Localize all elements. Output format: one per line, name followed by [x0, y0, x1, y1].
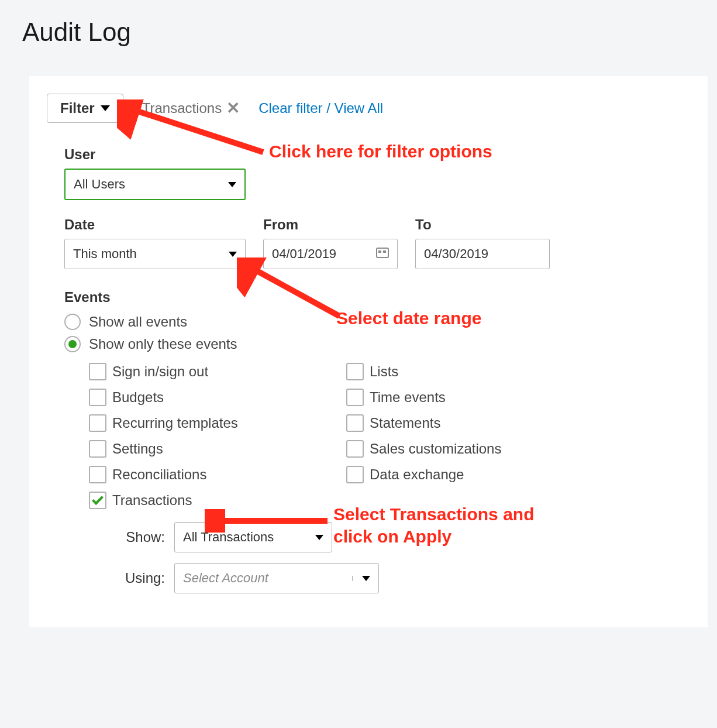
- checkbox-icon: [89, 466, 106, 483]
- checkbox-settings[interactable]: Settings: [89, 440, 340, 458]
- checkbox-icon: [89, 440, 106, 458]
- from-label: From: [263, 217, 398, 233]
- chevron-down-icon: [101, 105, 110, 111]
- checkbox-label: Time events: [370, 389, 446, 406]
- checkbox-label: Sales customizations: [370, 441, 501, 457]
- show-select-value: All Transactions: [183, 530, 274, 545]
- checkbox-label: Lists: [370, 363, 398, 380]
- clear-filter-link[interactable]: Clear filter / View All: [258, 100, 383, 116]
- date-range-value: This month: [73, 246, 137, 262]
- radio-show-only[interactable]: Show only these events: [64, 336, 690, 352]
- checkbox-icon: [346, 414, 364, 432]
- active-filter-chip: Transactions ✕: [142, 100, 240, 116]
- checkbox-label: Budgets: [112, 389, 164, 406]
- radio-icon: [64, 336, 81, 352]
- radio-icon: [64, 314, 81, 330]
- checkbox-icon: [89, 363, 106, 380]
- checkbox-icon: [346, 389, 364, 406]
- show-label: Show:: [118, 529, 165, 545]
- date-range-select[interactable]: This month: [64, 239, 246, 269]
- show-select[interactable]: All Transactions: [174, 522, 332, 552]
- filter-button[interactable]: Filter: [47, 94, 123, 123]
- checkbox-time-events[interactable]: Time events: [346, 389, 598, 406]
- checkbox-label: Transactions: [112, 492, 192, 509]
- using-select[interactable]: Select Account: [174, 563, 379, 593]
- from-date-input[interactable]: 04/01/2019: [263, 239, 398, 269]
- to-date-input[interactable]: 04/30/2019: [415, 239, 550, 269]
- checkbox-label: Statements: [370, 415, 440, 431]
- checkbox-icon: [89, 389, 106, 406]
- chevron-down-icon: [228, 182, 236, 187]
- using-select-placeholder: Select Account: [183, 571, 268, 586]
- chevron-down-icon: [362, 576, 370, 581]
- checkbox-lists[interactable]: Lists: [346, 363, 598, 380]
- checkbox-icon: [346, 440, 364, 458]
- date-label: Date: [64, 217, 246, 233]
- checkbox-budgets[interactable]: Budgets: [89, 389, 340, 406]
- to-label: To: [415, 217, 550, 233]
- checkbox-label: Sign in/sign out: [112, 363, 208, 380]
- user-select-value: All Users: [74, 177, 125, 192]
- svg-rect-2: [383, 250, 386, 253]
- chevron-down-icon: [229, 252, 237, 257]
- chip-label: Transactions: [142, 100, 222, 116]
- checkbox-reconciliations[interactable]: Reconciliations: [89, 466, 340, 483]
- chevron-down-icon: [315, 535, 323, 540]
- checkbox-icon: [89, 414, 106, 432]
- filter-panel: Filter Transactions ✕ Clear filter / Vie…: [29, 76, 708, 627]
- calendar-icon: [376, 246, 389, 262]
- user-label: User: [64, 146, 690, 163]
- event-checkbox-grid: Sign in/sign out Lists Budgets Time even…: [89, 363, 690, 509]
- radio-label: Show only these events: [89, 336, 237, 352]
- checkbox-label: Settings: [112, 441, 163, 457]
- close-icon[interactable]: ✕: [226, 100, 240, 116]
- checkbox-recurring-templates[interactable]: Recurring templates: [89, 414, 340, 432]
- checkbox-label: Reconciliations: [112, 466, 206, 483]
- filter-button-label: Filter: [60, 100, 95, 116]
- checkbox-icon: [346, 363, 364, 380]
- using-label: Using:: [118, 570, 165, 586]
- checkbox-label: Recurring templates: [112, 415, 238, 431]
- toolbar: Filter Transactions ✕ Clear filter / Vie…: [47, 94, 690, 123]
- from-date-value: 04/01/2019: [272, 246, 336, 262]
- checkbox-icon: [346, 466, 364, 483]
- checkbox-icon: [89, 492, 106, 509]
- checkbox-statements[interactable]: Statements: [346, 414, 598, 432]
- user-select[interactable]: All Users: [64, 169, 246, 200]
- checkbox-label: Data exchange: [370, 466, 464, 483]
- radio-label: Show all events: [89, 314, 187, 330]
- radio-show-all[interactable]: Show all events: [64, 314, 690, 330]
- checkbox-sales-customizations[interactable]: Sales customizations: [346, 440, 598, 458]
- to-date-value: 04/30/2019: [424, 246, 488, 262]
- svg-rect-1: [378, 250, 381, 253]
- page-title: Audit Log: [0, 0, 717, 47]
- checkbox-transactions[interactable]: Transactions: [89, 492, 340, 509]
- checkbox-sign-in-out[interactable]: Sign in/sign out: [89, 363, 340, 380]
- events-heading: Events: [64, 289, 690, 305]
- checkbox-data-exchange[interactable]: Data exchange: [346, 466, 598, 483]
